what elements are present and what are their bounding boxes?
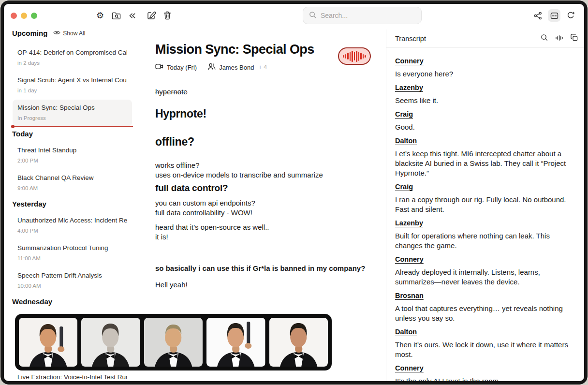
sidebar-section-today: Today — [12, 129, 132, 138]
record-button[interactable] — [338, 47, 371, 65]
transcript-list: ConneryIs everyone here? LazenbySeems li… — [386, 48, 588, 385]
attendees-extra-count: + 4 — [258, 64, 267, 71]
search-input[interactable]: Search... — [303, 7, 422, 24]
transcript-entry: ConneryAlready deployed it internally. L… — [395, 255, 578, 287]
bond-portrait-3 — [144, 318, 203, 367]
search-icon — [309, 11, 316, 20]
new-note-icon[interactable] — [147, 11, 156, 20]
transcript-entry: ConneryIs everyone here? — [395, 57, 578, 79]
gear-icon[interactable]: ⚙ — [95, 11, 105, 20]
transcript-entry: ConneryIt’s the only AI I trust in the r… — [395, 364, 578, 385]
note-paragraph: works offline? uses on-device models to … — [155, 161, 371, 180]
sync-plus-icon[interactable] — [564, 9, 577, 22]
bond-portrait-4 — [206, 318, 265, 367]
note-bold-question: so basically i can use this if Gr*la is … — [155, 264, 371, 273]
transcript-title: Transcript — [395, 35, 541, 43]
sidebar-item-threat-intel[interactable]: Threat Intel Standup 2:00 PM — [13, 142, 132, 169]
note-heading-hyprnote: Hyprnote! — [155, 106, 371, 121]
sidebar-item-unauthorized-mic[interactable]: Unauthorized Mic Access: Incident Re... … — [13, 212, 132, 239]
transcript-entry: DaltonThen it’s ours. We lock it down, u… — [395, 327, 578, 359]
speaker-name[interactable]: Craig — [395, 182, 413, 192]
note-heading-full-data-control: full data control? — [155, 182, 371, 194]
zoom-window-button[interactable] — [31, 13, 37, 19]
speaker-name[interactable]: Dalton — [395, 327, 417, 337]
transcript-entry: LazenbyBuilt for operations where nothin… — [395, 219, 578, 251]
bond-portrait-5 — [269, 318, 328, 367]
transcript-entry: DaltonLet’s keep this tight. MI6 interce… — [395, 136, 578, 178]
sidebar-item-black-channel[interactable]: Black Channel QA Review 9:00 AM — [13, 170, 132, 196]
bond-portrait-2 — [81, 318, 140, 367]
minimize-window-button[interactable] — [21, 13, 27, 19]
transcript-panel: Transcript ConneryIs everyone here? Laze… — [386, 30, 588, 385]
sidebar-section-upcoming: Upcoming — [12, 29, 47, 38]
show-all-toggle[interactable]: Show All — [53, 30, 85, 37]
audio-waveform-icon[interactable] — [555, 34, 563, 43]
note-heading-offline: offline? — [155, 134, 371, 149]
participants-photo-strip — [15, 314, 332, 370]
progress-indicator-dot — [11, 125, 15, 128]
speaker-name[interactable]: Brosnan — [395, 291, 424, 300]
sidebar-item-op414[interactable]: OP-414: Debrief on Compromised Call in 2… — [13, 44, 132, 71]
speaker-name[interactable]: Craig — [395, 110, 413, 119]
copy-icon[interactable] — [571, 34, 578, 43]
folder-search-icon[interactable] — [111, 11, 121, 20]
sidebar-item-live-extraction[interactable]: Live Extraction: Voice-to-Intel Test Run — [13, 369, 132, 385]
traffic-lights — [11, 13, 37, 19]
speaker-name[interactable]: Lazenby — [395, 219, 423, 228]
sidebar-item-speech-pattern[interactable]: Speech Pattern Drift Analysis 10:00 AM — [13, 267, 132, 294]
transcript-entry: BrosnanA tool that captures everything… … — [395, 291, 578, 323]
sidebar-item-signal-scrub[interactable]: Signal Scrub: Agent X vs Internal Coun..… — [13, 72, 132, 99]
speaker-name[interactable]: Connery — [395, 255, 424, 264]
note-answer: Hell yeah! — [155, 280, 371, 290]
transcript-entry: CraigI ran a copy through our rig. Fully… — [395, 182, 578, 214]
sidebar-item-mission-sync[interactable]: Mission Sync: Special Ops In Progress — [13, 100, 132, 126]
note-paragraph: heard that it's open-source as well.. it… — [155, 222, 371, 242]
attendees-chip[interactable]: James Bond + 4 — [207, 63, 267, 72]
speaker-name[interactable]: Connery — [395, 364, 424, 373]
sidebar-section-yesterday: Yesterday — [12, 199, 132, 208]
close-window-button[interactable] — [11, 13, 17, 19]
attendees-icon — [207, 63, 216, 72]
app-window: ⚙ Search... — [0, 0, 588, 385]
collapse-sidebar-icon[interactable] — [127, 11, 137, 20]
speaker-name[interactable]: Dalton — [395, 136, 417, 146]
panel-icon[interactable] — [548, 9, 560, 22]
transcript-entry: LazenbySeems like it. — [395, 83, 578, 105]
video-camera-icon — [155, 63, 163, 71]
trash-icon[interactable] — [162, 11, 172, 20]
meeting-date-chip[interactable]: Today (Fri) — [155, 63, 197, 71]
speaker-name[interactable]: Lazenby — [395, 83, 423, 92]
transcript-search-icon[interactable] — [541, 34, 548, 43]
share-icon[interactable] — [531, 9, 544, 22]
sidebar-section-wednesday: Wednesday — [12, 297, 132, 306]
eye-icon — [53, 30, 60, 37]
bond-portrait-1 — [19, 318, 77, 367]
progress-indicator-line — [13, 126, 133, 127]
search-placeholder: Search... — [321, 12, 348, 19]
note-body[interactable]: hypernote Hyprnote! offline? works offli… — [155, 88, 371, 290]
transcript-entry: CraigGood. — [395, 110, 578, 132]
note-paragraph: you can custom api endpoints? full data … — [155, 198, 371, 218]
toolbar: ⚙ Search... — [0, 0, 588, 30]
sidebar-item-summarization[interactable]: Summarization Protocol Tuning 11:00 AM — [13, 240, 132, 267]
speaker-name[interactable]: Connery — [395, 57, 424, 66]
record-waveform-icon — [343, 55, 344, 58]
note-strikethrough-text: hypernote — [155, 88, 371, 96]
